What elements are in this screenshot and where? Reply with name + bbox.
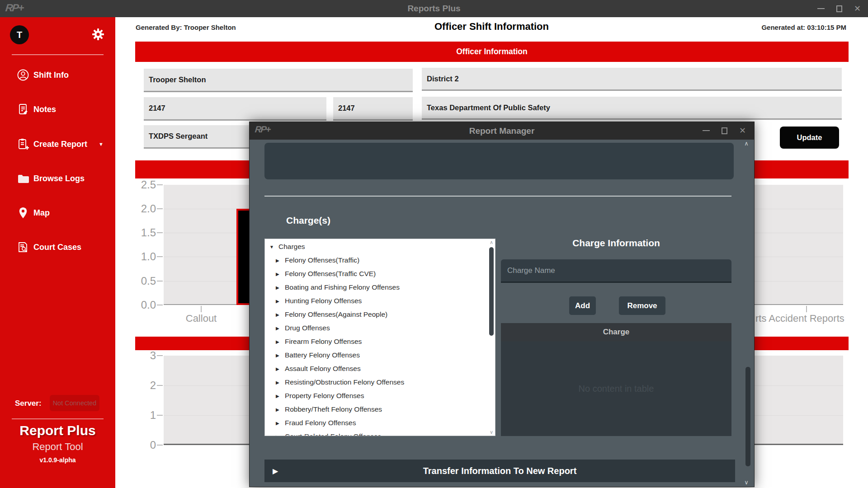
close-icon[interactable]: ✕: [854, 5, 861, 13]
department-field[interactable]: Texas Department Of Public Safety: [422, 97, 842, 120]
tree-item-label[interactable]: Boating and Fishing Felony Offenses: [285, 283, 400, 291]
page-title: Officer Shift Information: [115, 21, 868, 33]
charge-table-header: Charge: [501, 323, 731, 341]
sidebar-item-map[interactable]: Map: [0, 204, 115, 222]
tree-collapsed-icon[interactable]: ▶: [276, 285, 279, 290]
x-tick-label-accident-reports: Accident Reports: [766, 313, 847, 324]
tree-collapsed-icon[interactable]: ▶: [276, 394, 279, 399]
scroll-up-icon[interactable]: ∧: [742, 140, 751, 147]
brand-name: Report Plus: [0, 423, 115, 438]
tree-collapsed-icon[interactable]: ▶: [276, 380, 279, 385]
y-tick-label: 1: [128, 408, 156, 422]
chevron-down-icon: ▼: [99, 141, 104, 147]
update-button[interactable]: Update: [780, 127, 839, 149]
y-tick-label: 1.5: [128, 226, 156, 239]
generated-at-text: Generated at: 03:10:15 PM: [761, 23, 846, 31]
charges-tree[interactable]: ▼ Charges ▶Felony Offenses(Traffic) ▶Fel…: [264, 239, 495, 436]
tree-collapsed-icon[interactable]: ▶: [276, 339, 279, 344]
gear-icon[interactable]: [91, 27, 105, 42]
sidebar-item-label: Court Cases: [33, 243, 81, 252]
tree-scrollbar-thumb[interactable]: [489, 247, 494, 336]
tree-item-label[interactable]: Robbery/Theft Felony Offenses: [285, 405, 382, 413]
report-manager-titlebar: RP+ Report Manager ✕: [250, 122, 754, 140]
minimize-icon[interactable]: [703, 130, 710, 131]
app-window: RP+ Reports Plus ✕ T: [0, 0, 868, 488]
tree-collapsed-icon[interactable]: ▶: [276, 258, 279, 263]
tree-collapsed-icon[interactable]: ▶: [276, 299, 279, 304]
folder-icon: [16, 172, 30, 185]
sidebar-item-label: Create Report: [33, 140, 87, 149]
sidebar-divider: [12, 418, 104, 419]
maximize-icon[interactable]: [722, 127, 727, 134]
tree-item-label[interactable]: Felony Offenses(Against People): [285, 310, 387, 319]
tree-item-label[interactable]: Drug Offenses: [285, 324, 330, 332]
server-status-badge: Not Connected: [50, 395, 99, 411]
tree-item-label[interactable]: Battery Felony Offenses: [285, 351, 360, 359]
avatar[interactable]: T: [10, 25, 29, 44]
brand-subtitle: Report Tool: [0, 441, 115, 453]
tree-item-label[interactable]: Felony Offenses(Traffic CVE): [285, 270, 376, 278]
x-tick-label-callout: Callout: [174, 313, 228, 324]
tree-collapsed-icon[interactable]: ▶: [276, 434, 279, 436]
charge-name-input[interactable]: [501, 259, 731, 283]
sidebar-item-shift-info[interactable]: Shift Info: [0, 66, 115, 84]
tree-collapsed-icon[interactable]: ▶: [276, 326, 279, 331]
add-button[interactable]: Add: [569, 296, 596, 315]
transfer-information-button[interactable]: ▶ Transfer Information To New Report: [264, 460, 735, 482]
note-pencil-icon: [16, 103, 30, 116]
close-icon[interactable]: ✕: [739, 127, 746, 135]
sidebar-item-label: Notes: [33, 105, 56, 114]
district-field[interactable]: District 2: [422, 68, 842, 91]
brand-version: v1.0.9-alpha: [0, 456, 115, 464]
tree-collapsed-icon[interactable]: ▶: [276, 272, 279, 277]
tree-item-label[interactable]: Resisting/Obstruction Felony Offenses: [285, 378, 404, 386]
tree-item-label[interactable]: Fraud Felony Offenses: [285, 419, 356, 427]
tree-item-label[interactable]: Hunting Felony Offenses: [285, 297, 362, 305]
window-title: Reports Plus: [0, 0, 868, 17]
officer-name-field[interactable]: Trooper Shelton: [144, 69, 413, 92]
tree-item-label[interactable]: Felony Offenses(Traffic): [285, 256, 359, 264]
report-manager-dialog: RP+ Report Manager ✕ ∧ ∨ Charge(s) ▼ Cha…: [249, 122, 755, 487]
sidebar-item-label: Browse Logs: [33, 174, 85, 183]
sidebar-item-create-report[interactable]: Create Report ▼: [0, 135, 115, 153]
modal-scrollbar-thumb[interactable]: [745, 367, 750, 466]
charge-information-heading: Charge Information: [501, 238, 731, 249]
remove-button[interactable]: Remove: [619, 296, 665, 315]
tree-item-label[interactable]: Firearm Felony Offenses: [285, 338, 362, 346]
document-search-icon: [16, 240, 30, 254]
unit-number-field[interactable]: 2147: [333, 97, 413, 121]
maximize-icon[interactable]: [836, 5, 842, 12]
tree-item-label[interactable]: Property Felony Offenses: [285, 392, 364, 400]
badge-number-field[interactable]: 2147: [144, 97, 326, 121]
tree-collapsed-icon[interactable]: ▶: [276, 312, 279, 317]
sidebar-item-notes[interactable]: Notes: [0, 100, 115, 118]
tree-root-label[interactable]: Charges: [278, 243, 305, 251]
y-tick-label: 2.0: [128, 202, 156, 216]
charge-table-empty-text: No content in table: [579, 384, 654, 394]
tree-scrollbar[interactable]: ∧ ∨: [488, 239, 495, 436]
map-pin-icon: [16, 206, 30, 220]
tree-collapsed-icon[interactable]: ▶: [276, 421, 279, 426]
sidebar: T Shift Info: [0, 17, 115, 488]
scroll-up-icon[interactable]: ∧: [488, 239, 495, 245]
y-tick-label: 2.5: [128, 178, 156, 192]
y-tick-label: 0: [128, 438, 156, 452]
report-text-area[interactable]: [264, 143, 734, 179]
modal-divider: [264, 196, 731, 197]
scroll-down-icon[interactable]: ∨: [488, 429, 495, 435]
sidebar-item-browse-logs[interactable]: Browse Logs: [0, 169, 115, 188]
report-manager-title: Report Manager: [250, 122, 754, 140]
server-label: Server:: [15, 399, 42, 408]
tree-expanded-icon[interactable]: ▼: [269, 244, 274, 249]
y-tick-label: 0.0: [128, 298, 156, 312]
y-tick-label: 1.0: [128, 250, 156, 263]
tree-item-label[interactable]: Court-Related Felony Offenses: [285, 432, 381, 436]
charge-table[interactable]: No content in table: [501, 341, 731, 436]
tree-collapsed-icon[interactable]: ▶: [276, 353, 279, 358]
scroll-down-icon[interactable]: ∨: [742, 479, 751, 486]
tree-item-label[interactable]: Assault Felony Offenses: [285, 365, 361, 373]
tree-collapsed-icon[interactable]: ▶: [276, 366, 279, 371]
sidebar-item-court-cases[interactable]: Court Cases: [0, 238, 115, 256]
minimize-icon[interactable]: [817, 8, 825, 9]
tree-collapsed-icon[interactable]: ▶: [276, 407, 279, 412]
